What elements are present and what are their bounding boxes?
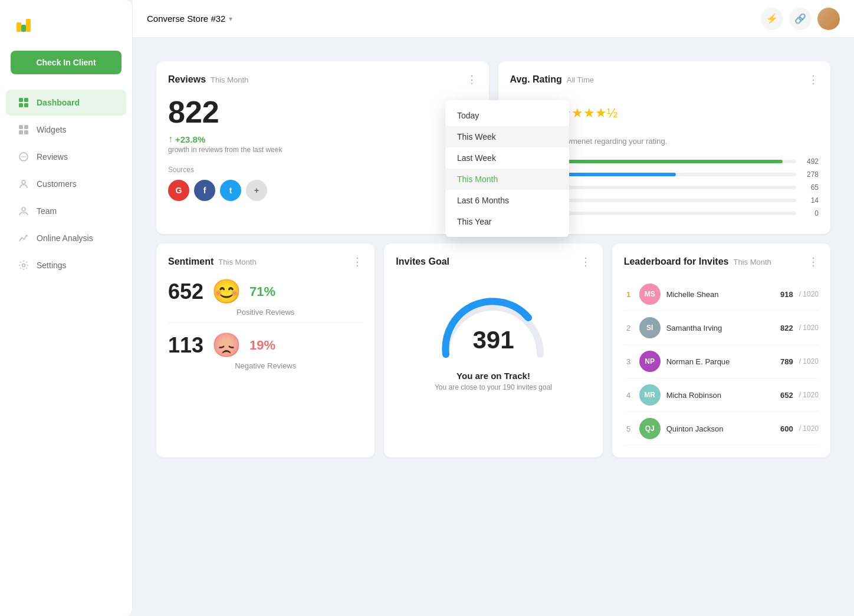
sidebar-item-label: Reviews	[37, 152, 68, 162]
svg-rect-0	[17, 22, 21, 32]
sidebar-item-online-analysis[interactable]: Online Analysis	[6, 225, 126, 251]
logo-area	[0, 11, 132, 51]
leaderboard-list: 1 MS Michelle Shean 918 / 1020 2 SI Sama…	[624, 278, 819, 446]
reviews-card-menu[interactable]: ⋮	[467, 73, 477, 86]
leaderboard-subtitle: This Month	[733, 258, 771, 266]
sources-section: Sources G f t +	[168, 166, 477, 201]
sentiment-header: Sentiment This Month ⋮	[168, 255, 363, 268]
leader-rank: 4	[624, 391, 633, 400]
sidebar-item-customers[interactable]: Customers	[6, 171, 126, 197]
svg-point-17	[22, 264, 25, 267]
avg-rating-title: Avg. Rating	[510, 74, 562, 85]
main-area: Converse Store #32 ▾ ⚡ 🔗 Reviews This Mo…	[133, 0, 854, 616]
svg-point-15	[22, 180, 25, 184]
topbar-actions: ⚡ 🔗	[761, 8, 840, 30]
svg-point-14	[25, 156, 26, 157]
svg-rect-4	[24, 98, 28, 102]
reviews-card-subtitle: This Month	[211, 75, 248, 84]
add-source-icon[interactable]: +	[246, 180, 267, 201]
sidebar-nav: Dashboard Widgets	[0, 88, 132, 279]
sidebar-item-settings[interactable]: Settings	[6, 252, 126, 278]
bar-track	[530, 212, 797, 215]
sentiment-menu[interactable]: ⋮	[352, 255, 363, 268]
twitter-source-icon[interactable]: t	[220, 180, 241, 201]
sidebar-item-label: Online Analysis	[37, 233, 93, 243]
svg-rect-7	[19, 125, 23, 129]
leader-rank: 1	[624, 290, 633, 299]
leader-goal: / 1020	[799, 357, 819, 365]
leaderboard-row: 3 NP Norman E. Parque 789 / 1020	[624, 345, 819, 378]
bar-track	[530, 160, 797, 163]
svg-rect-2	[26, 19, 31, 32]
sidebar-item-reviews[interactable]: Reviews	[6, 144, 126, 170]
dropdown-item[interactable]: Today	[445, 105, 569, 126]
sidebar-item-dashboard[interactable]: Dashboard	[6, 90, 126, 116]
user-avatar[interactable]	[817, 8, 840, 30]
svg-rect-9	[19, 130, 23, 134]
happy-face-icon: 😊	[212, 278, 241, 305]
negative-count: 113	[168, 333, 203, 358]
svg-rect-3	[19, 98, 23, 102]
invites-goal-card: Invites Goal ⋮ 391 You are on Trac	[384, 243, 602, 457]
sources-label: Sources	[168, 166, 477, 174]
sidebar-item-team[interactable]: Team	[6, 198, 126, 224]
sidebar-item-label: Widgets	[37, 125, 67, 134]
dropdown-item[interactable]: Last Week	[445, 147, 569, 169]
leader-avatar: MR	[639, 384, 661, 406]
sidebar-item-widgets[interactable]: Widgets	[6, 117, 126, 143]
bar-count: 14	[801, 196, 819, 205]
dropdown-item[interactable]: This Month	[445, 169, 569, 190]
dropdown-item[interactable]: Last 6 Months	[445, 190, 569, 211]
leader-score: 789	[780, 357, 793, 366]
store-selector[interactable]: Converse Store #32 ▾	[147, 14, 232, 24]
dropdown-item[interactable]: This Week	[445, 126, 569, 147]
leaderboard-row: 5 QJ Quinton Jackson 600 / 1020	[624, 412, 819, 446]
avg-rating-subtitle: All Time	[567, 75, 594, 84]
leader-avatar: NP	[639, 351, 661, 372]
reviews-icon	[18, 151, 29, 163]
sentiment-divider	[168, 322, 363, 323]
positive-sentiment-row: 652 😊 71%	[168, 278, 363, 305]
growth-pct: +23.8%	[175, 134, 205, 144]
sidebar-item-label: Team	[37, 206, 57, 216]
bar-track	[530, 173, 797, 176]
invites-header: Invites Goal ⋮	[396, 255, 590, 268]
positive-count: 652	[168, 279, 203, 304]
leader-name: Norman E. Parque	[666, 357, 774, 366]
leaderboard-menu[interactable]: ⋮	[808, 255, 819, 268]
svg-rect-8	[24, 125, 28, 129]
leaderboard-row: 1 MS Michelle Shean 918 / 1020	[624, 278, 819, 311]
topbar: Converse Store #32 ▾ ⚡ 🔗	[133, 0, 854, 38]
leader-avatar: QJ	[639, 418, 661, 439]
source-icons: G f t +	[168, 180, 477, 201]
facebook-source-icon[interactable]: f	[194, 180, 215, 201]
leader-avatar: MS	[639, 284, 661, 305]
avg-rating-menu[interactable]: ⋮	[808, 73, 819, 86]
bar-count: 65	[801, 183, 819, 192]
negative-label: Negative Reviews	[168, 361, 363, 370]
leader-rank: 2	[624, 324, 633, 332]
leader-goal: / 1020	[799, 324, 819, 332]
leader-score: 918	[780, 290, 793, 299]
check-in-button[interactable]: Check In Client	[11, 51, 121, 74]
svg-point-12	[21, 156, 22, 157]
negative-sentiment-row: 113 😞 19%	[168, 331, 363, 359]
logo-icon	[12, 11, 35, 39]
svg-point-16	[22, 207, 25, 211]
leader-rank: 3	[624, 357, 633, 366]
bar-count: 492	[801, 157, 819, 166]
svg-point-13	[23, 156, 24, 157]
dropdown-item[interactable]: This Year	[445, 211, 569, 232]
google-source-icon[interactable]: G	[168, 180, 189, 201]
link-button[interactable]: 🔗	[789, 8, 812, 30]
analysis-icon	[18, 232, 29, 244]
reviews-card: Reviews This Month ⋮ 822 ↑ +23.8% growth…	[156, 61, 489, 234]
settings-icon	[18, 259, 29, 271]
bolt-button[interactable]: ⚡	[761, 8, 783, 30]
review-growth: ↑ +23.8%	[168, 134, 477, 144]
sidebar: Check In Client Dashboard	[0, 0, 133, 616]
positive-label: Positive Reviews	[168, 308, 363, 317]
positive-pct: 71%	[249, 284, 275, 299]
invites-title: Invites Goal	[396, 256, 449, 267]
invites-menu[interactable]: ⋮	[580, 255, 591, 268]
